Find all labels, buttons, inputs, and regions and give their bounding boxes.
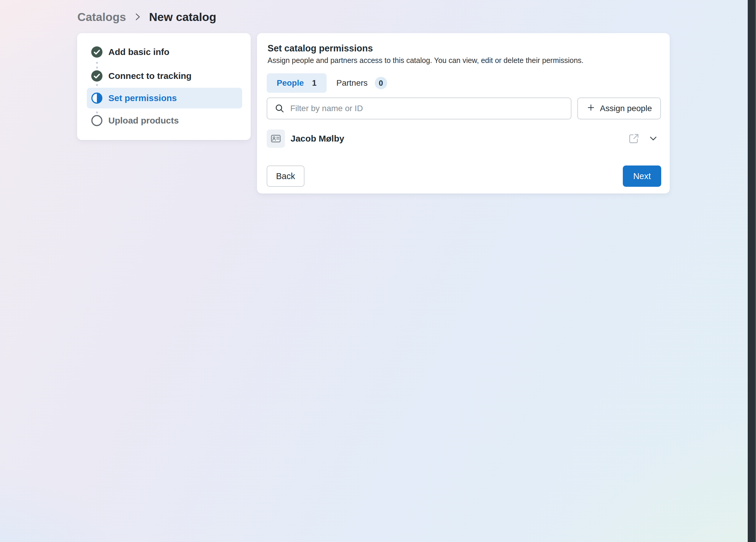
page-subtitle: Assign people and partners access to thi… xyxy=(268,56,584,65)
back-button[interactable]: Back xyxy=(267,165,304,187)
page-title: Set catalog permissions xyxy=(268,43,373,54)
breadcrumb-current-page: New catalog xyxy=(149,11,216,23)
page-background: Catalogs New catalog Add basic info xyxy=(0,0,756,542)
check-circle-icon xyxy=(91,70,102,82)
stepper-item-label: Upload products xyxy=(108,115,179,126)
check-circle-icon xyxy=(91,46,102,58)
person-name: Jacob Mølby xyxy=(291,133,344,144)
tab-partners-count-badge: 0 xyxy=(375,77,387,89)
stepper-item-add-basic-info[interactable]: Add basic info xyxy=(77,45,251,58)
tab-people[interactable]: People 1 xyxy=(267,73,327,93)
stepper-item-upload-products[interactable]: Upload products xyxy=(77,114,251,127)
half-filled-circle-icon xyxy=(91,92,102,104)
assign-people-label: Assign people xyxy=(600,104,652,113)
tab-partners-label: Partners xyxy=(336,78,368,88)
set-permissions-panel: Set catalog permissions Assign people an… xyxy=(257,33,670,193)
stepper-item-label: Connect to tracking xyxy=(108,71,192,81)
expand-person-row-button[interactable] xyxy=(646,132,660,145)
next-button[interactable]: Next xyxy=(623,165,661,187)
avatar xyxy=(267,129,285,148)
chevron-down-icon xyxy=(649,134,658,143)
stepper-item-connect-to-tracking[interactable]: Connect to tracking xyxy=(77,69,251,82)
tab-partners[interactable]: Partners 0 xyxy=(326,73,397,93)
stepper-card: Add basic info Connect to tracking Set p… xyxy=(77,33,251,140)
empty-circle-icon xyxy=(91,115,102,126)
external-link-icon xyxy=(628,133,640,144)
open-person-details-button[interactable] xyxy=(627,132,641,145)
adjacent-dark-panel-edge xyxy=(748,0,756,542)
stepper-connector-dot xyxy=(96,84,98,86)
stepper-connector-dot xyxy=(96,62,98,64)
stepper-item-label: Set permissions xyxy=(108,93,177,103)
stepper-item-set-permissions[interactable]: Set permissions xyxy=(87,88,242,108)
chevron-right-icon xyxy=(134,12,141,22)
id-card-icon xyxy=(270,133,281,144)
stepper-connector-dot xyxy=(96,111,98,113)
stepper-connector-dot xyxy=(96,66,98,69)
breadcrumb-catalogs-link[interactable]: Catalogs xyxy=(77,11,126,23)
breadcrumb: Catalogs New catalog xyxy=(77,8,216,25)
assign-people-button[interactable]: Assign people xyxy=(577,97,661,119)
tab-people-label: People xyxy=(277,78,304,88)
stepper-item-label: Add basic info xyxy=(108,47,170,57)
plus-icon xyxy=(586,103,595,114)
filter-input[interactable] xyxy=(267,97,571,119)
person-row[interactable]: Jacob Mølby xyxy=(267,129,660,148)
tab-people-count: 1 xyxy=(312,79,317,88)
